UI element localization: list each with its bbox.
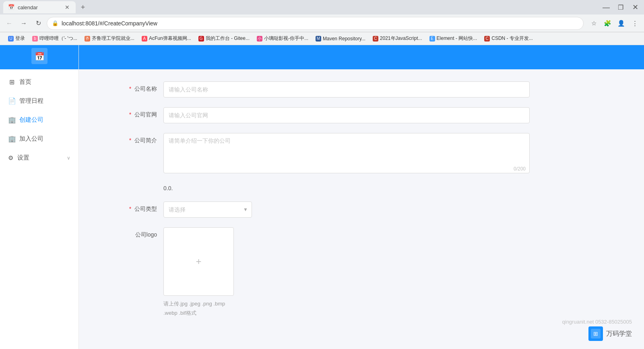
bookmark-label: 哔哩哔哩（'- 'つ... [39, 35, 77, 42]
company-desc-textarea[interactable] [163, 133, 530, 173]
home-icon: ⊞ [8, 78, 15, 86]
toolbar-icons: ☆ 🧩 👤 ⋮ [588, 17, 641, 29]
bookmark-label: 小璃哒影视-你手中... [264, 35, 308, 42]
company-type-select-wrapper: 请选择 ▼ [163, 202, 530, 218]
sidebar-logo: 📅 [31, 48, 47, 66]
browser-toolbar: ← → ↻ 🔒 localhost:8081/#/CreateCompanyVi… [0, 15, 644, 32]
bookmark-label: 登录 [15, 35, 25, 42]
sidebar-item-join[interactable]: 🏢 加入公司 [0, 129, 78, 148]
form-row-company-type: * 公司类型 请选择 ▼ [111, 202, 530, 218]
sidebar-header: 📅 [0, 45, 78, 69]
bookmark-favicon: G [198, 36, 204, 42]
sidebar-item-manage[interactable]: 📄 管理日程 [0, 91, 78, 110]
logo-upload-area[interactable]: + [163, 227, 234, 296]
sidebar-item-label: 创建公司 [19, 116, 43, 124]
extension-button[interactable]: 🧩 [601, 17, 613, 29]
upload-hint: 请上传.jpg .jpeg .png .bmp .webp .bif格式 [163, 299, 530, 318]
bookmark-label: CSDN - 专业开发... [491, 35, 533, 42]
lock-icon: 🔒 [52, 20, 58, 26]
sidebar-item-home[interactable]: ⊞ 首页 [0, 73, 78, 91]
form-row-version: 0.0. [111, 185, 530, 192]
bookmark-label: 我的工作台 - Gitee... [206, 35, 250, 42]
form-container: * 公司名称 * 公司官网 * [79, 69, 562, 349]
bookmark-label: AcFun弹幕视频网... [149, 35, 191, 42]
textarea-wrapper: 0/200 [163, 133, 530, 175]
bookmark-maven[interactable]: M Maven Repository... [312, 34, 369, 43]
bookmark-bilibili[interactable]: b 哔哩哔哩（'- 'つ... [29, 33, 80, 44]
footer-text: qingruanit.net 0532-85025005 [562, 319, 632, 325]
sidebar-item-label: 首页 [19, 78, 31, 86]
bookmark-csdn[interactable]: C CSDN - 专业开发... [481, 33, 536, 44]
settings-icon: ⚙ [8, 154, 13, 162]
company-type-select[interactable]: 请选择 [163, 202, 252, 218]
profile-button[interactable]: 👤 [615, 17, 627, 29]
bookmark-login[interactable]: U 登录 [5, 33, 28, 44]
sidebar-item-settings[interactable]: ⚙ 设置 ∨ [0, 148, 78, 167]
company-type-label: * 公司类型 [111, 202, 163, 213]
bookmark-favicon: 小 [257, 36, 262, 42]
minimize-button[interactable]: — [601, 2, 612, 13]
bookmark-js2021[interactable]: C 2021年JavaScript... [369, 33, 425, 44]
bookmark-favicon: C [484, 36, 490, 42]
bookmark-favicon: U [8, 36, 14, 42]
version-label-spacer [111, 185, 163, 189]
settings-left: ⚙ 设置 [8, 154, 29, 162]
settings-label: 设置 [17, 154, 29, 162]
bookmark-qilu[interactable]: 齐 齐鲁理工学院就业... [81, 33, 138, 44]
app-wrapper: 📅 ⊞ 首页 📄 管理日程 🏢 创建公司 🏢 加入公司 [0, 45, 644, 349]
bookmark-favicon: C [373, 36, 378, 42]
company-desc-input-wrapper: 0/200 [163, 133, 530, 175]
browser-tab[interactable]: 📅 calendar ✕ [3, 1, 76, 13]
bookmark-gitee[interactable]: G 我的工作台 - Gitee... [195, 33, 253, 44]
sidebar-item-label: 加入公司 [19, 135, 43, 143]
bookmark-acfun[interactable]: A AcFun弹幕视频网... [138, 33, 194, 44]
company-url-input-wrapper [163, 107, 530, 123]
window-controls: — ❐ ✕ [601, 2, 641, 13]
bookmark-label: 2021年JavaScript... [380, 35, 422, 42]
svg-text:⊞: ⊞ [593, 330, 598, 337]
bookmark-element[interactable]: E Element - 网站快... [426, 33, 481, 44]
bookmarks-bar: U 登录 b 哔哩哔哩（'- 'つ... 齐 齐鲁理工学院就业... A AcF… [0, 32, 644, 45]
bookmark-label: Element - 网站快... [437, 35, 477, 42]
required-star: * [129, 85, 131, 92]
upload-plus-icon: + [196, 256, 201, 267]
new-tab-button[interactable]: + [77, 2, 89, 13]
upload-hint-line2: .webp .bif格式 [163, 308, 530, 318]
bookmark-label: Maven Repository... [323, 36, 365, 42]
bookmark-favicon: b [32, 36, 38, 42]
upload-hint-line1: 请上传.jpg .jpeg .png .bmp [163, 299, 530, 308]
bookmark-star-button[interactable]: ☆ [588, 17, 600, 29]
close-button[interactable]: ✕ [630, 2, 641, 13]
required-star: * [129, 111, 131, 118]
company-logo-label: 公司logo [111, 227, 163, 239]
menu-button[interactable]: ⋮ [629, 17, 641, 29]
join-icon: 🏢 [8, 135, 15, 143]
svg-text:📅: 📅 [34, 52, 44, 61]
required-star: * [129, 206, 131, 212]
form-row-company-name: * 公司名称 [111, 81, 530, 98]
reload-button[interactable]: ↻ [32, 17, 44, 29]
company-name-input[interactable] [163, 81, 530, 98]
sidebar-nav: ⊞ 首页 📄 管理日程 🏢 创建公司 🏢 加入公司 ⚙ 设置 ∨ [0, 69, 78, 349]
form-row-company-url: * 公司官网 [111, 107, 530, 123]
sidebar-item-label: 管理日程 [19, 97, 43, 105]
bookmark-favicon: A [142, 36, 147, 42]
sidebar: 📅 ⊞ 首页 📄 管理日程 🏢 创建公司 🏢 加入公司 [0, 45, 79, 349]
version-text: 0.0. [163, 182, 173, 191]
tab-close-button[interactable]: ✕ [64, 4, 71, 11]
bookmark-xiaoli[interactable]: 小 小璃哒影视-你手中... [254, 33, 312, 44]
browser-titlebar: 📅 calendar ✕ + — ❐ ✕ [0, 0, 644, 15]
page-header [79, 45, 644, 69]
forward-button[interactable]: → [18, 17, 30, 29]
sidebar-item-create[interactable]: 🏢 创建公司 [0, 110, 78, 129]
company-url-input[interactable] [163, 107, 530, 123]
address-bar[interactable]: 🔒 localhost:8081/#/CreateCompanyView [47, 17, 584, 30]
company-logo-upload-wrapper: + 请上传.jpg .jpeg .png .bmp .webp .bif格式 [163, 227, 530, 318]
company-url-label: * 公司官网 [111, 107, 163, 118]
footer-brand: qingruanit.net 0532-85025005 ⊞ 万码学堂 [562, 319, 632, 341]
bookmark-favicon: M [316, 36, 321, 42]
back-button[interactable]: ← [3, 17, 15, 29]
manage-icon: 📄 [8, 97, 15, 105]
chevron-down-icon: ∨ [67, 155, 70, 161]
restore-button[interactable]: ❐ [615, 2, 626, 13]
